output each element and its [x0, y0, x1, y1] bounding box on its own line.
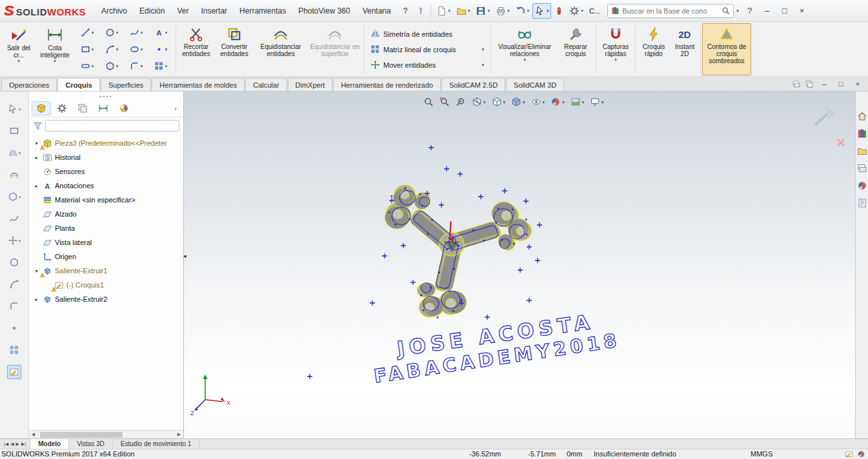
collab-button[interactable]: C...: [587, 3, 603, 19]
open-button[interactable]: ▾: [454, 3, 473, 19]
view-orientation-button[interactable]: ▾: [490, 95, 508, 109]
polygon-tool-button[interactable]: ▾: [99, 58, 124, 75]
exit-sketch-button[interactable]: Salir del cr... ▾: [1, 23, 36, 75]
confirmation-corner-cancel-icon[interactable]: ✕: [836, 135, 846, 150]
circle-tool-button[interactable]: ▾: [99, 24, 124, 41]
tree-item-saliente-extruir2[interactable]: ▸ Saliente-Extruir2: [30, 292, 183, 306]
display-relations-button[interactable]: Visualizar/Eliminar relaciones ▾: [492, 23, 557, 75]
move-entities-button[interactable]: Mover entidades ▾: [367, 58, 487, 72]
tab-operaciones[interactable]: Operaciones: [1, 78, 57, 91]
tree-horizontal-scrollbar[interactable]: ◀ ▶: [29, 430, 183, 438]
rapid-sketch-button[interactable]: Croquis rápido: [637, 23, 671, 75]
status-web-icon[interactable]: [857, 450, 865, 458]
tree-item-vista-lateral[interactable]: Vista lateral: [30, 235, 183, 249]
graphics-viewport[interactable]: ▾ ▾ ▾ ▾ ▾ ▾ ▾ ✕: [184, 92, 855, 438]
close-button[interactable]: ×: [794, 4, 811, 18]
expand-icon[interactable]: ▸: [33, 155, 40, 161]
menu-ventana[interactable]: Ventana: [357, 3, 397, 19]
left-tool-move-button[interactable]: ▾: [6, 233, 23, 248]
linear-pattern-button[interactable]: Matriz lineal de croquis ▾: [367, 43, 487, 56]
scroll-left-icon[interactable]: ◀: [29, 432, 37, 437]
pane-layout-right-icon[interactable]: [805, 80, 814, 88]
tree-root-pieza3[interactable]: ▾ Pieza3 (Predeterminado<<Predeter: [30, 136, 183, 150]
tree-item-alzado[interactable]: Alzado: [30, 207, 183, 221]
repair-sketch-button[interactable]: Reparar croquis: [557, 23, 594, 75]
tab-solidcam-3d[interactable]: SolidCAM 3D: [506, 78, 564, 91]
configuration-manager-tab[interactable]: [73, 101, 92, 115]
feature-manager-tab[interactable]: [32, 101, 51, 115]
tree-item-anotaciones[interactable]: ▸ Anotaciones: [30, 179, 183, 193]
left-tool-pattern-button[interactable]: [7, 343, 21, 357]
mirror-entities-button[interactable]: Simetría de entidades: [367, 27, 487, 41]
view-palette-icon[interactable]: [857, 163, 867, 173]
rectangle-tool-button[interactable]: ▾: [75, 41, 99, 58]
ellipse-tool-button[interactable]: ▾: [124, 41, 148, 58]
display-manager-tab[interactable]: [114, 101, 134, 115]
tree-item-historial[interactable]: ▸ Historial: [30, 150, 183, 164]
undo-button[interactable]: ▾: [512, 3, 532, 19]
left-tool-spline-button[interactable]: [7, 211, 21, 226]
scroll-right-icon[interactable]: ▶: [175, 432, 183, 437]
dimxpert-manager-tab[interactable]: [94, 101, 113, 115]
rx-status-button[interactable]: [552, 3, 566, 19]
property-manager-tab[interactable]: [52, 101, 72, 115]
shaded-sketch-contours-button[interactable]: Contornos de croquis sombreados: [702, 23, 751, 75]
panel-splitter-handle[interactable]: ◂: [183, 253, 187, 259]
menu-edicion[interactable]: Edición: [134, 3, 170, 19]
maximize-button[interactable]: □: [776, 4, 793, 18]
tree-filter-input[interactable]: [45, 120, 179, 132]
tab-calcular[interactable]: Calcular: [245, 78, 287, 91]
tree-item-croquis1[interactable]: (-) Croquis1: [30, 278, 183, 292]
viewport-canvas[interactable]: JOSE ACOSTA FABACADEMY2018 X Z: [184, 92, 855, 438]
menu-ver[interactable]: Ver: [171, 3, 194, 19]
home-icon[interactable]: [857, 111, 867, 121]
menu-herramientas[interactable]: Herramientas: [234, 3, 292, 19]
tree-item-sensores[interactable]: Sensores: [30, 164, 183, 179]
status-edit-icon[interactable]: [845, 450, 853, 458]
minimize-button[interactable]: –: [759, 4, 776, 18]
previous-view-button[interactable]: [454, 95, 468, 109]
expand-icon[interactable]: ▸: [33, 183, 40, 189]
left-tool-arc-button[interactable]: [7, 277, 21, 291]
pane-layout-left-icon[interactable]: [792, 80, 801, 88]
tree-item-saliente-extruir1[interactable]: ▾ Saliente-Extruir1: [30, 264, 183, 278]
design-library-icon[interactable]: [857, 128, 867, 139]
doc-close-button[interactable]: ×: [851, 79, 864, 89]
help-button[interactable]: ?: [742, 4, 758, 18]
left-tool-fillet-button[interactable]: [7, 299, 21, 313]
search-scope-caret-icon[interactable]: ▾: [734, 8, 741, 13]
view-settings-button[interactable]: ▾: [588, 95, 606, 109]
left-tool-select-button[interactable]: ▾: [6, 102, 23, 116]
units-label[interactable]: MMGS: [751, 450, 772, 458]
manager-tabs-overflow-icon[interactable]: ›: [170, 104, 181, 112]
tab-superficies[interactable]: Superficies: [101, 78, 151, 91]
left-tool-rectangle-button[interactable]: [7, 124, 21, 138]
line-tool-button[interactable]: ▾: [75, 24, 99, 41]
left-tool-circle-button[interactable]: [7, 255, 21, 269]
scrollbar-thumb[interactable]: [40, 432, 123, 438]
print-button[interactable]: ▾: [493, 3, 512, 19]
left-tool-mirror-button[interactable]: ▾: [6, 146, 23, 160]
doc-tab-modelo[interactable]: Modelo: [30, 439, 69, 449]
fillet-tool-button[interactable]: ▾: [124, 58, 148, 75]
edit-appearance-button[interactable]: ▾: [549, 95, 567, 109]
instant-2d-button[interactable]: Instant 2D: [671, 23, 699, 75]
smart-dimension-button[interactable]: Cota inteligente ▾: [36, 23, 74, 75]
apply-scene-button[interactable]: ▾: [569, 95, 587, 109]
pin-menu-button[interactable]: [414, 3, 428, 19]
search-input[interactable]: [622, 7, 719, 15]
menu-archivo[interactable]: Archivo: [96, 3, 133, 19]
menu-photoview[interactable]: PhotoView 360: [292, 3, 356, 19]
left-tool-polygon-button[interactable]: ▾: [6, 190, 23, 204]
point-tool-button[interactable]: ▾: [148, 41, 173, 58]
tab-solidcam-25d[interactable]: SolidCAM 2.5D: [441, 78, 505, 91]
last-tab-icon[interactable]: ▶|: [21, 442, 26, 447]
hide-show-items-button[interactable]: ▾: [529, 95, 547, 109]
doc-tab-vistas-3d[interactable]: Vistas 3D: [69, 439, 113, 449]
section-view-button[interactable]: ▾: [470, 95, 488, 109]
new-document-button[interactable]: ▾: [434, 3, 453, 19]
menu-insertar[interactable]: Insertar: [195, 3, 233, 19]
left-tool-point-button[interactable]: [7, 321, 21, 335]
text-tool-button[interactable]: ▾: [148, 24, 173, 41]
doc-tab-estudio-movimiento[interactable]: Estudio de movimiento 1: [113, 439, 200, 449]
